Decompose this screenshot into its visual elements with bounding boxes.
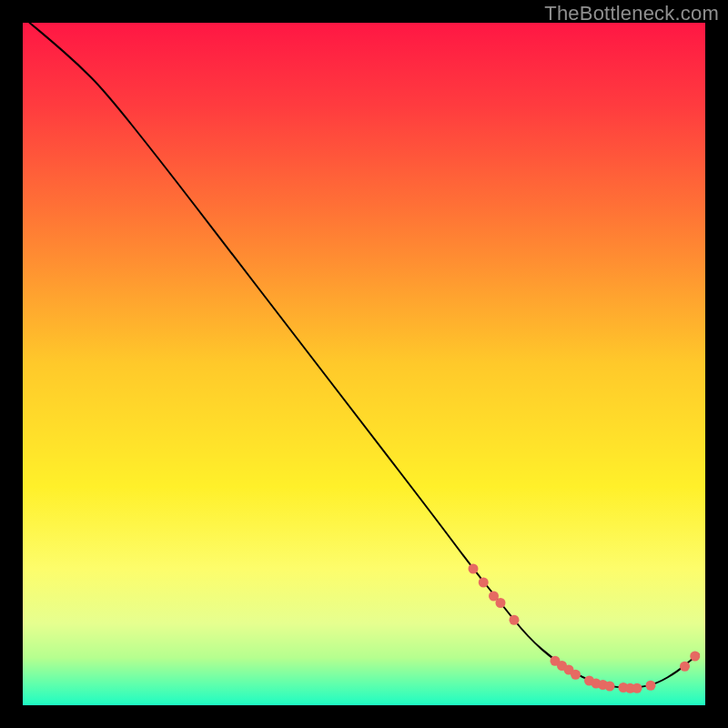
marker-dot [690, 652, 700, 662]
plot-overlay [23, 23, 705, 705]
marker-dot [571, 670, 581, 680]
plot-clip [23, 23, 705, 705]
marker-dot [510, 615, 520, 625]
marker-dot [479, 578, 489, 588]
marker-dot [646, 681, 656, 691]
marker-dot [605, 682, 615, 692]
marker-group [469, 564, 701, 693]
main-curve [30, 23, 699, 688]
marker-dot [632, 683, 642, 693]
marker-dot [680, 662, 690, 672]
marker-dot [496, 598, 506, 608]
chart-frame: TheBottleneck.com [0, 0, 728, 728]
marker-dot [469, 564, 479, 574]
